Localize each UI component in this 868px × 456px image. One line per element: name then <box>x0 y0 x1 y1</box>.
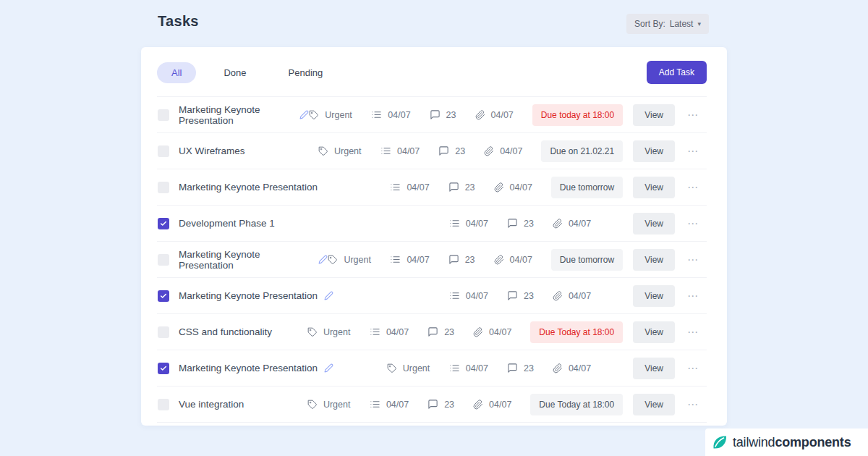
task-row: Marketing Keynote Presentation 04/07 23 … <box>157 169 707 206</box>
add-task-button[interactable]: Add Task <box>647 61 707 84</box>
priority-tag: Urgent <box>318 146 362 156</box>
task-list: Marketing Keynote Presentation Urgent 04… <box>157 96 707 423</box>
task-row: Development Phase 1 04/07 23 04/07 View … <box>157 206 707 242</box>
comments-count: 23 <box>507 363 534 373</box>
subtasks-date: 04/07 <box>390 254 429 265</box>
view-button[interactable]: View <box>633 321 675 343</box>
attachments-date: 04/07 <box>475 110 514 120</box>
tag-icon <box>387 363 397 373</box>
edit-pencil-icon[interactable] <box>324 363 333 373</box>
task-checkbox[interactable] <box>158 182 169 193</box>
priority-tag: Urgent <box>328 255 371 265</box>
priority-tag: Urgent <box>387 363 430 373</box>
task-checkbox[interactable] <box>158 326 169 338</box>
list-icon <box>380 145 391 156</box>
comments-count: 23 <box>448 182 475 193</box>
task-row: Marketing Keynote Presentation 04/07 23 … <box>157 278 707 314</box>
paperclip-icon <box>484 146 494 156</box>
brand-footer[interactable]: tailwindcomponents <box>705 428 868 456</box>
attachments-date: 04/07 <box>473 327 511 337</box>
list-icon <box>449 290 460 301</box>
edit-pencil-icon[interactable] <box>324 291 333 300</box>
task-meta: 04/07 23 04/07 Due tomorrow View ⋯ <box>328 177 702 198</box>
task-title: Marketing Keynote Presentation <box>179 290 318 301</box>
view-button[interactable]: View <box>633 249 675 271</box>
tag-icon <box>318 146 328 156</box>
more-menu-icon[interactable]: ⋯ <box>684 254 702 265</box>
view-button[interactable]: View <box>633 177 675 198</box>
priority-tag <box>387 291 430 301</box>
comments-count: 23 <box>427 399 454 410</box>
view-button[interactable]: View <box>633 285 675 307</box>
comment-bubble-icon <box>507 218 518 229</box>
task-checkbox[interactable] <box>158 109 169 121</box>
view-button[interactable]: View <box>633 104 675 126</box>
task-title: Marketing Keynote Presentation <box>179 104 293 126</box>
tab-all[interactable]: All <box>157 62 196 83</box>
more-menu-icon[interactable]: ⋯ <box>684 399 702 410</box>
view-button[interactable]: View <box>633 358 675 379</box>
subtasks-date: 04/07 <box>370 326 409 337</box>
comment-bubble-icon <box>427 326 438 337</box>
sort-by-value: Latest <box>670 19 694 29</box>
caret-down-icon: ▾ <box>697 20 701 28</box>
task-checkbox[interactable] <box>158 254 169 266</box>
task-title: Vue integration <box>179 399 244 410</box>
more-menu-icon[interactable]: ⋯ <box>684 145 702 156</box>
edit-pencil-icon[interactable] <box>318 255 328 264</box>
list-icon <box>449 363 460 373</box>
more-menu-icon[interactable]: ⋯ <box>684 326 702 337</box>
task-title: UX Wireframes <box>179 145 245 156</box>
task-row: Vue integration Urgent 04/07 23 04/07 Du… <box>157 387 707 423</box>
comment-bubble-icon <box>507 290 518 301</box>
paperclip-icon <box>494 255 504 265</box>
tag-icon <box>307 327 318 337</box>
task-checkbox[interactable] <box>158 218 169 229</box>
tab-pending[interactable]: Pending <box>274 62 338 83</box>
paperclip-icon <box>473 400 483 410</box>
priority-tag: Urgent <box>307 400 351 410</box>
more-menu-icon[interactable]: ⋯ <box>684 363 702 373</box>
more-menu-icon[interactable]: ⋯ <box>684 109 702 120</box>
comments-count: 23 <box>427 326 454 337</box>
due-badge: Due tomorrow <box>551 177 623 198</box>
edit-pencil-icon[interactable] <box>299 110 309 119</box>
task-row: Marketing Keynote Presentation Urgent 04… <box>157 97 707 133</box>
list-icon <box>390 182 401 193</box>
task-row: Marketing Keynote Presentation Urgent 04… <box>157 242 707 278</box>
sort-by-dropdown[interactable]: Sort By: Latest ▾ <box>626 14 709 34</box>
leaf-icon <box>711 434 728 451</box>
comment-bubble-icon <box>430 109 441 120</box>
tab-done[interactable]: Done <box>209 62 260 83</box>
due-badge: Due on 21.02.21 <box>541 140 623 162</box>
task-row: CSS and functionality Urgent 04/07 23 04… <box>157 314 707 350</box>
view-button[interactable]: View <box>633 394 675 415</box>
task-checkbox[interactable] <box>158 363 169 374</box>
filter-tabs: AllDonePending <box>157 62 350 83</box>
task-checkbox[interactable] <box>158 290 169 302</box>
view-button[interactable]: View <box>633 213 675 235</box>
more-menu-icon[interactable]: ⋯ <box>684 290 702 301</box>
paperclip-icon <box>553 291 563 301</box>
more-menu-icon[interactable]: ⋯ <box>684 182 702 193</box>
due-badge <box>610 218 623 229</box>
attachments-date: 04/07 <box>553 219 591 229</box>
paperclip-icon <box>553 363 563 373</box>
task-checkbox[interactable] <box>158 399 169 410</box>
task-meta: Urgent 04/07 23 04/07 View ⋯ <box>387 358 702 379</box>
due-badge: Due Today at 18:00 <box>530 394 623 415</box>
view-button[interactable]: View <box>633 140 675 162</box>
comments-count: 23 <box>507 290 534 301</box>
tag-icon <box>309 110 319 120</box>
subtasks-date: 04/07 <box>449 218 488 229</box>
comments-count: 23 <box>448 254 475 265</box>
task-meta: 04/07 23 04/07 View ⋯ <box>387 213 702 235</box>
more-menu-icon[interactable]: ⋯ <box>684 218 702 229</box>
comments-count: 23 <box>507 218 534 229</box>
task-checkbox[interactable] <box>158 145 169 157</box>
due-badge: Due tomorrow <box>551 249 623 271</box>
paperclip-icon <box>473 327 483 337</box>
comment-bubble-icon <box>438 145 449 156</box>
task-meta: Urgent 04/07 23 04/07 Due Today at 18:00… <box>307 321 702 343</box>
task-meta: Urgent 04/07 23 04/07 Due on 21.02.21 Vi… <box>318 140 702 162</box>
